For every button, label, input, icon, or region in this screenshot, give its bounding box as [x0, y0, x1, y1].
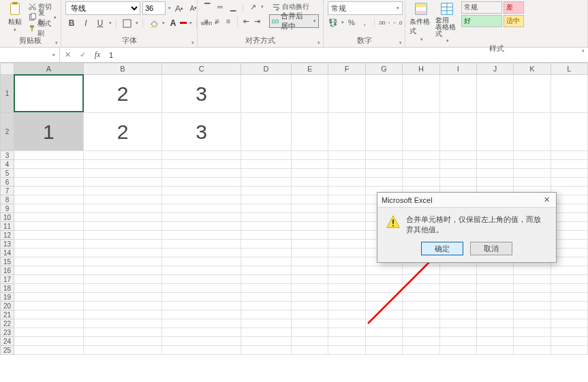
- cell[interactable]: [328, 222, 365, 231]
- cell[interactable]: [328, 187, 365, 195]
- cell[interactable]: [83, 151, 162, 160]
- cell[interactable]: [403, 178, 439, 187]
- cell[interactable]: [241, 195, 292, 204]
- cell[interactable]: [328, 284, 365, 293]
- cell[interactable]: [162, 275, 241, 284]
- cell[interactable]: [365, 319, 402, 328]
- cell[interactable]: [83, 266, 162, 275]
- cell[interactable]: [439, 178, 476, 187]
- cell[interactable]: [514, 293, 551, 302]
- cell[interactable]: [551, 151, 587, 160]
- cell[interactable]: [514, 275, 551, 284]
- cell[interactable]: [14, 231, 83, 240]
- row-header[interactable]: 14: [1, 249, 14, 257]
- cell[interactable]: [241, 275, 292, 284]
- row-header[interactable]: 11: [1, 222, 14, 231]
- row-header[interactable]: 1: [1, 75, 14, 113]
- cell[interactable]: [403, 319, 439, 328]
- cell[interactable]: [292, 187, 328, 195]
- cell[interactable]: [403, 113, 439, 151]
- cell[interactable]: [292, 293, 328, 302]
- cell[interactable]: [514, 337, 551, 346]
- row-header[interactable]: 3: [1, 151, 14, 160]
- cell[interactable]: [83, 160, 162, 169]
- font-name-select[interactable]: 等线: [65, 1, 140, 15]
- align-right-button[interactable]: ≡: [223, 16, 232, 27]
- cell[interactable]: [14, 213, 83, 222]
- row-header[interactable]: 4: [1, 160, 14, 169]
- cell[interactable]: [551, 293, 587, 302]
- col-header[interactable]: J: [476, 63, 513, 75]
- cell[interactable]: [439, 293, 476, 302]
- cell[interactable]: [14, 311, 83, 319]
- cell[interactable]: [403, 75, 439, 113]
- cell[interactable]: [14, 293, 83, 302]
- cell[interactable]: [328, 169, 365, 178]
- outdent-button[interactable]: ⇤: [242, 16, 251, 27]
- row-header[interactable]: 23: [1, 328, 14, 337]
- cell[interactable]: [241, 160, 292, 169]
- cell[interactable]: [83, 284, 162, 293]
- cell[interactable]: [241, 249, 292, 257]
- col-header[interactable]: A: [14, 63, 83, 75]
- cell[interactable]: [403, 346, 439, 355]
- cell[interactable]: [162, 249, 241, 257]
- cell[interactable]: [241, 113, 292, 151]
- cell[interactable]: [162, 231, 241, 240]
- cell[interactable]: [162, 195, 241, 204]
- cell[interactable]: [162, 151, 241, 160]
- cell[interactable]: [476, 346, 513, 355]
- cell[interactable]: [292, 249, 328, 257]
- row-header[interactable]: 8: [1, 195, 14, 204]
- row-header[interactable]: 17: [1, 275, 14, 284]
- cell[interactable]: [439, 160, 476, 169]
- orientation-button[interactable]: ↗: [247, 1, 258, 12]
- cell[interactable]: [292, 302, 328, 311]
- cell[interactable]: [514, 311, 551, 319]
- cell[interactable]: [551, 75, 587, 113]
- cell[interactable]: [292, 213, 328, 222]
- cell[interactable]: [292, 113, 328, 151]
- cell[interactable]: [241, 187, 292, 195]
- cell[interactable]: [514, 113, 551, 151]
- dialog-close-button[interactable]: ✕: [541, 195, 552, 206]
- row-header[interactable]: 9: [1, 204, 14, 213]
- cell[interactable]: [83, 231, 162, 240]
- cell[interactable]: [365, 302, 402, 311]
- border-button[interactable]: [121, 17, 133, 29]
- row-header[interactable]: 13: [1, 240, 14, 249]
- cell[interactable]: [162, 311, 241, 319]
- col-header[interactable]: K: [514, 63, 551, 75]
- cell[interactable]: [439, 151, 476, 160]
- cell[interactable]: [292, 311, 328, 319]
- cell[interactable]: [292, 222, 328, 231]
- cell[interactable]: [83, 213, 162, 222]
- cell[interactable]: [476, 169, 513, 178]
- cell[interactable]: [162, 293, 241, 302]
- cell[interactable]: [83, 204, 162, 213]
- cell[interactable]: [241, 231, 292, 240]
- cell[interactable]: [551, 311, 587, 319]
- cell[interactable]: [365, 75, 402, 113]
- cell[interactable]: [476, 302, 513, 311]
- cell[interactable]: [14, 328, 83, 337]
- cell[interactable]: [162, 319, 241, 328]
- cell[interactable]: [83, 302, 162, 311]
- col-header[interactable]: G: [365, 63, 402, 75]
- cell[interactable]: [514, 160, 551, 169]
- cell[interactable]: [439, 302, 476, 311]
- number-format-select[interactable]: 常规 ▾: [328, 1, 403, 15]
- cell[interactable]: [292, 231, 328, 240]
- cell[interactable]: [328, 319, 365, 328]
- cell[interactable]: [551, 328, 587, 337]
- cell[interactable]: [14, 284, 83, 293]
- cell[interactable]: [83, 169, 162, 178]
- cell[interactable]: [292, 284, 328, 293]
- cell[interactable]: [365, 266, 402, 275]
- font-color-button[interactable]: A: [167, 17, 179, 29]
- cell[interactable]: [328, 302, 365, 311]
- cell[interactable]: [365, 346, 402, 355]
- row-header[interactable]: 16: [1, 266, 14, 275]
- cell[interactable]: [162, 187, 241, 195]
- cell[interactable]: [439, 275, 476, 284]
